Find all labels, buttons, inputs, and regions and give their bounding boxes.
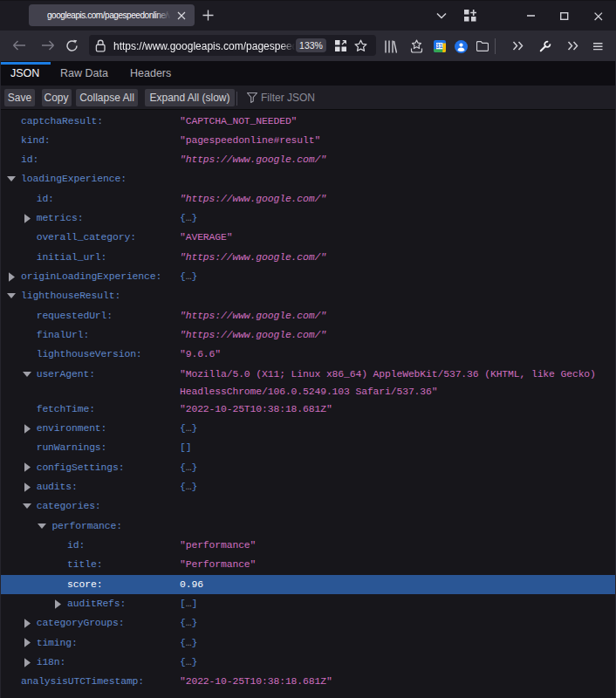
svg-text:31: 31 (435, 43, 442, 49)
